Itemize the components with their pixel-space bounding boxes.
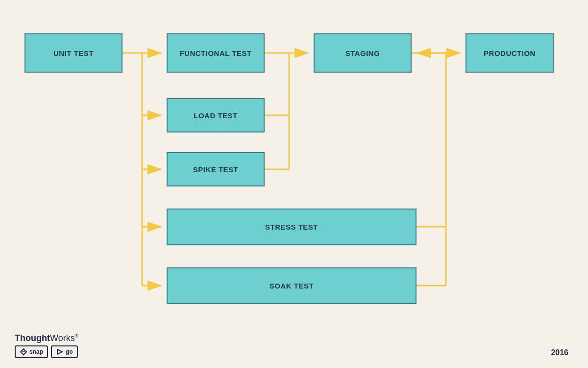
svg-marker-18 xyxy=(57,349,62,354)
unit-test-box: UNIT TEST xyxy=(24,33,122,73)
badges-container: snap go xyxy=(15,345,78,358)
diagram-area: UNIT TEST FUNCTIONAL TEST LOAD TEST SPIK… xyxy=(0,0,588,334)
stress-test-box: STRESS TEST xyxy=(167,209,416,245)
unit-test-label: UNIT TEST xyxy=(53,49,94,57)
functional-test-label: FUNCTIONAL TEST xyxy=(179,49,251,57)
thoughtworks-text: ThoughtWorks® xyxy=(15,333,78,343)
snap-label: snap xyxy=(29,348,43,355)
load-test-label: LOAD TEST xyxy=(194,111,238,120)
soak-test-label: SOAK TEST xyxy=(270,282,314,290)
soak-test-box: SOAK TEST xyxy=(167,267,416,304)
spike-test-box: SPIKE TEST xyxy=(167,152,265,186)
snap-icon xyxy=(20,348,27,356)
staging-label: STAGING xyxy=(345,49,380,57)
functional-test-box: FUNCTIONAL TEST xyxy=(167,33,265,73)
production-label: PRODUCTION xyxy=(484,49,536,57)
footer: ThoughtWorks® snap go xyxy=(15,333,78,358)
year-label: 2016 xyxy=(551,348,568,357)
staging-box: STAGING xyxy=(314,33,412,73)
load-test-box: LOAD TEST xyxy=(167,98,265,132)
brand-logo: ThoughtWorks® snap go xyxy=(15,333,78,358)
snap-badge: snap xyxy=(15,345,48,358)
go-badge: go xyxy=(51,345,78,358)
stress-test-label: STRESS TEST xyxy=(265,223,318,231)
spike-test-label: SPIKE TEST xyxy=(193,165,239,174)
go-icon xyxy=(56,348,64,356)
go-label: go xyxy=(66,348,73,355)
production-box: PRODUCTION xyxy=(466,33,554,73)
